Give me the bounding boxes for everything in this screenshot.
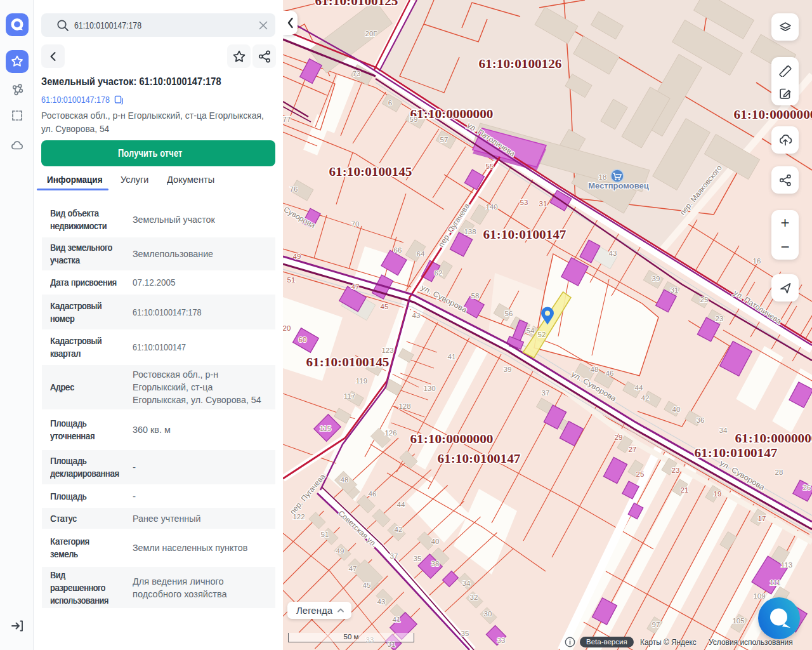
svg-text:42: 42 xyxy=(641,394,650,402)
svg-text:25: 25 xyxy=(700,296,709,303)
svg-text:20Г: 20Г xyxy=(365,30,377,37)
svg-text:61:10:0000000: 61:10:0000000 xyxy=(734,108,812,121)
svg-text:40: 40 xyxy=(431,538,440,545)
svg-text:52: 52 xyxy=(538,331,546,338)
svg-text:140: 140 xyxy=(485,203,497,211)
svg-text:Местпромовец: Местпромовец xyxy=(588,181,648,190)
svg-text:76: 76 xyxy=(290,185,298,193)
svg-text:25: 25 xyxy=(636,470,645,478)
svg-text:49: 49 xyxy=(293,253,301,260)
svg-text:57: 57 xyxy=(440,136,449,143)
svg-text:70: 70 xyxy=(351,220,360,228)
svg-text:55: 55 xyxy=(486,162,494,170)
svg-text:6: 6 xyxy=(388,99,392,107)
svg-text:17: 17 xyxy=(758,515,766,522)
svg-text:43: 43 xyxy=(609,249,617,257)
svg-text:48: 48 xyxy=(591,366,599,373)
svg-text:45: 45 xyxy=(381,303,389,310)
svg-text:21: 21 xyxy=(681,486,689,494)
svg-text:37: 37 xyxy=(390,552,398,560)
svg-text:44: 44 xyxy=(397,501,405,508)
svg-text:38: 38 xyxy=(431,560,440,567)
svg-text:58: 58 xyxy=(471,292,480,300)
svg-text:51: 51 xyxy=(321,531,329,538)
svg-text:51: 51 xyxy=(287,276,296,284)
svg-text:28: 28 xyxy=(775,468,783,476)
svg-text:26: 26 xyxy=(803,484,811,491)
svg-text:61:10:0100125: 61:10:0100125 xyxy=(315,0,398,8)
svg-text:23: 23 xyxy=(716,315,724,322)
svg-text:37: 37 xyxy=(542,389,550,397)
svg-text:119: 119 xyxy=(356,377,367,385)
svg-text:77: 77 xyxy=(283,116,291,123)
svg-text:47: 47 xyxy=(351,283,360,291)
svg-text:29: 29 xyxy=(615,434,623,441)
svg-text:34: 34 xyxy=(462,580,471,587)
svg-text:16: 16 xyxy=(753,257,761,265)
svg-text:40: 40 xyxy=(672,406,681,413)
svg-text:46: 46 xyxy=(369,490,377,498)
svg-text:61:10:0000000: 61:10:0000000 xyxy=(410,107,494,121)
svg-text:61:10:0100147: 61:10:0100147 xyxy=(695,446,778,460)
svg-text:126: 126 xyxy=(384,429,396,437)
svg-text:19: 19 xyxy=(714,490,722,498)
svg-text:56: 56 xyxy=(505,310,513,317)
svg-text:61:10:0100126: 61:10:0100126 xyxy=(479,57,562,70)
svg-text:39: 39 xyxy=(652,275,660,282)
svg-text:32: 32 xyxy=(470,594,478,601)
svg-text:23: 23 xyxy=(672,467,680,474)
svg-text:44: 44 xyxy=(635,384,643,392)
svg-text:130: 130 xyxy=(423,385,435,392)
svg-text:36: 36 xyxy=(697,416,705,424)
svg-text:61:10:0100145: 61:10:0100145 xyxy=(306,355,390,369)
svg-text:123: 123 xyxy=(381,347,393,354)
svg-text:43: 43 xyxy=(412,312,421,319)
svg-text:61:10:0100145: 61:10:0100145 xyxy=(329,165,412,178)
svg-text:41: 41 xyxy=(448,353,456,361)
svg-text:105: 105 xyxy=(732,617,744,625)
svg-text:61:10:0000000: 61:10:0000000 xyxy=(410,432,494,446)
svg-text:66: 66 xyxy=(394,246,402,254)
svg-text:18: 18 xyxy=(599,173,607,181)
svg-text:31: 31 xyxy=(539,200,547,208)
svg-text:60: 60 xyxy=(299,336,307,343)
svg-text:64: 64 xyxy=(417,250,425,258)
svg-text:48: 48 xyxy=(341,476,349,484)
svg-text:62: 62 xyxy=(435,269,443,277)
svg-text:53: 53 xyxy=(520,199,528,206)
svg-text:128: 128 xyxy=(398,402,410,410)
svg-text:45: 45 xyxy=(363,581,371,589)
svg-text:115: 115 xyxy=(320,425,331,432)
svg-text:41: 41 xyxy=(393,616,401,623)
svg-text:59: 59 xyxy=(410,116,418,123)
svg-text:42: 42 xyxy=(395,526,403,533)
svg-text:33: 33 xyxy=(497,637,506,644)
svg-text:49: 49 xyxy=(336,547,344,555)
svg-text:35: 35 xyxy=(414,555,422,562)
svg-text:138: 138 xyxy=(464,228,476,235)
svg-text:43: 43 xyxy=(377,598,386,606)
svg-text:47: 47 xyxy=(349,565,357,573)
svg-text:111: 111 xyxy=(769,579,780,587)
svg-text:34: 34 xyxy=(719,427,728,434)
svg-text:27: 27 xyxy=(629,446,637,453)
svg-text:61:10:0000000: 61:10:0000000 xyxy=(735,432,812,445)
svg-text:30: 30 xyxy=(484,610,492,618)
svg-text:61:10:0100147: 61:10:0100147 xyxy=(483,228,566,241)
svg-text:117: 117 xyxy=(344,392,355,400)
svg-text:39: 39 xyxy=(504,366,512,373)
svg-text:46: 46 xyxy=(606,369,614,377)
svg-text:61:10:0100147: 61:10:0100147 xyxy=(438,452,521,465)
svg-text:122: 122 xyxy=(292,513,304,521)
svg-text:73: 73 xyxy=(353,70,361,77)
svg-text:113: 113 xyxy=(781,561,792,569)
svg-text:54: 54 xyxy=(527,327,535,335)
svg-text:31: 31 xyxy=(671,286,679,294)
svg-text:97: 97 xyxy=(652,621,660,628)
svg-text:35: 35 xyxy=(461,630,469,637)
svg-text:20: 20 xyxy=(283,324,291,332)
